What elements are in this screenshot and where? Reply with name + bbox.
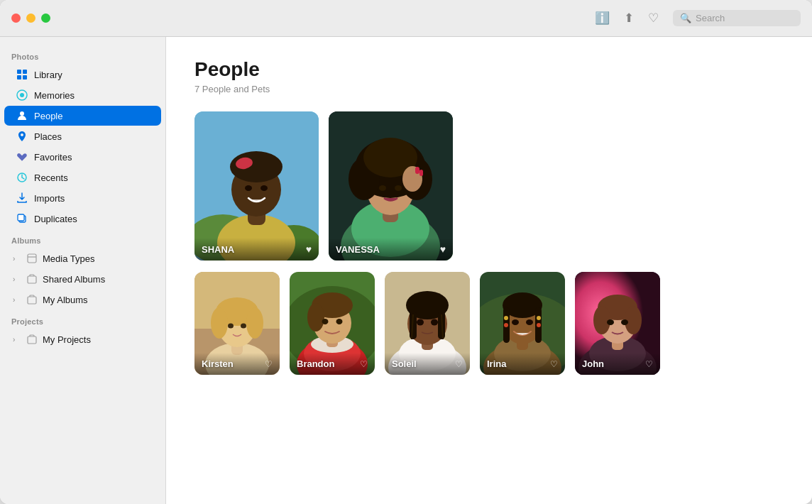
expand-arrow-shared-albums: › <box>13 275 21 283</box>
heart-kirsten[interactable]: ♡ <box>265 359 273 369</box>
sidebar-label-duplicates: Duplicates <box>34 214 77 224</box>
sidebar-label-media-types: Media Types <box>43 253 94 264</box>
sidebar-item-library[interactable]: Library <box>4 65 161 84</box>
close-button[interactable] <box>11 13 21 23</box>
svg-rect-2 <box>17 75 21 80</box>
share-icon[interactable]: ⬆ <box>624 11 634 26</box>
maximize-button[interactable] <box>41 13 50 23</box>
svg-point-85 <box>537 316 541 320</box>
person-name-brandon: Brandon <box>297 358 334 369</box>
titlebar-actions: ℹ️ ⬆ ♡ 🔍 Search <box>595 10 801 26</box>
svg-point-49 <box>241 324 246 329</box>
sidebar-label-shared-albums: Shared Albums <box>43 274 105 285</box>
heart-brandon[interactable]: ♡ <box>360 359 368 369</box>
search-box[interactable]: 🔍 Search <box>673 10 801 26</box>
sidebar-item-memories[interactable]: Memories <box>4 85 161 105</box>
person-card-vanessa[interactable]: VANESSA ♥ <box>329 111 453 261</box>
sidebar-item-imports[interactable]: Imports <box>4 188 161 208</box>
person-name-bar-brandon: Brandon ♡ <box>290 353 375 375</box>
people-grid: SHANA ♥ <box>194 111 784 375</box>
content-area: People 7 People and Pets <box>166 37 812 504</box>
my-albums-icon <box>26 293 38 306</box>
svg-point-60 <box>336 319 343 324</box>
person-name-bar-john: John ♡ <box>575 353 660 375</box>
sidebar-item-my-projects[interactable]: › My Projects <box>4 329 161 349</box>
sidebar-item-places[interactable]: Places <box>4 126 161 146</box>
person-name-bar-shana: SHANA ♥ <box>194 238 319 261</box>
page-title: People <box>194 58 784 81</box>
person-name-bar-vanessa: VANESSA ♥ <box>329 238 453 261</box>
titlebar: ℹ️ ⬆ ♡ 🔍 Search <box>0 0 812 37</box>
person-card-john[interactable]: John ♡ <box>575 272 660 375</box>
sidebar-label-places: Places <box>34 131 62 142</box>
duplicates-icon <box>16 212 28 225</box>
heart-soleil[interactable]: ♡ <box>455 359 463 369</box>
svg-point-72 <box>417 319 424 326</box>
person-card-kirsten[interactable]: Kirsten ♡ <box>194 272 280 375</box>
places-icon <box>16 130 28 143</box>
sidebar-label-imports: Imports <box>34 193 65 204</box>
sidebar: Photos Library <box>0 37 166 504</box>
sidebar-label-my-projects: My Projects <box>43 334 91 345</box>
sidebar-label-memories: Memories <box>34 90 75 101</box>
main-layout: Photos Library <box>0 37 812 504</box>
sidebar-item-favorites[interactable]: Favorites <box>4 147 161 167</box>
svg-point-24 <box>260 185 268 191</box>
search-placeholder: Search <box>696 13 725 23</box>
heart-icon[interactable]: ♡ <box>648 11 659 26</box>
svg-rect-35 <box>415 167 419 174</box>
sidebar-item-people[interactable]: People <box>4 106 161 126</box>
person-card-shana[interactable]: SHANA ♥ <box>194 111 319 261</box>
sidebar-item-duplicates[interactable]: Duplicates <box>4 209 161 229</box>
expand-arrow-media-types: › <box>13 255 21 263</box>
svg-point-37 <box>379 185 386 191</box>
svg-point-38 <box>395 185 402 191</box>
svg-point-98 <box>607 319 614 325</box>
info-icon[interactable]: ℹ️ <box>595 11 610 26</box>
sidebar-section-albums: Albums <box>0 229 165 248</box>
person-name-bar-irina: Irina ♡ <box>480 353 565 375</box>
sidebar-item-shared-albums[interactable]: › Shared Albums <box>4 269 161 289</box>
sidebar-item-media-types[interactable]: › Media Types <box>4 248 161 268</box>
svg-point-48 <box>228 324 234 329</box>
heart-shana[interactable]: ♥ <box>306 243 312 255</box>
person-card-brandon[interactable]: Brandon ♡ <box>290 272 375 375</box>
traffic-lights <box>11 13 50 23</box>
sidebar-section-projects: Projects <box>0 310 165 329</box>
sidebar-item-my-albums[interactable]: › My Albums <box>4 290 161 309</box>
imports-icon <box>16 192 28 204</box>
sidebar-label-my-albums: My Albums <box>43 295 88 305</box>
person-card-soleil[interactable]: Soleil ♡ <box>385 272 470 375</box>
svg-point-73 <box>431 319 438 326</box>
favorites-icon <box>16 150 28 163</box>
expand-arrow-my-albums: › <box>13 296 21 304</box>
minimize-button[interactable] <box>26 13 35 23</box>
people-row-1: SHANA ♥ <box>194 111 784 261</box>
my-projects-icon <box>26 333 38 346</box>
heart-john[interactable]: ♡ <box>645 359 653 369</box>
people-icon <box>16 109 28 122</box>
media-types-icon <box>26 252 38 265</box>
page-subtitle: 7 People and Pets <box>194 84 784 94</box>
sidebar-item-recents[interactable]: Recents <box>4 168 161 187</box>
heart-vanessa[interactable]: ♥ <box>440 243 446 255</box>
heart-irina[interactable]: ♡ <box>550 359 558 369</box>
svg-point-83 <box>504 316 508 320</box>
svg-rect-1 <box>23 70 27 74</box>
person-name-soleil: Soleil <box>392 358 417 369</box>
svg-rect-36 <box>419 170 423 176</box>
shared-albums-icon <box>26 273 38 285</box>
svg-point-23 <box>245 185 252 191</box>
person-card-irina[interactable]: Irina ♡ <box>480 272 565 375</box>
person-name-bar-soleil: Soleil ♡ <box>385 353 470 375</box>
svg-point-88 <box>526 319 533 325</box>
svg-point-47 <box>246 307 263 339</box>
svg-point-86 <box>537 323 541 327</box>
svg-rect-12 <box>28 276 36 283</box>
svg-rect-3 <box>23 75 27 80</box>
search-icon: 🔍 <box>680 13 691 23</box>
svg-point-46 <box>211 307 228 339</box>
sidebar-label-recents: Recents <box>34 172 68 183</box>
person-name-vanessa: VANESSA <box>336 244 380 255</box>
svg-point-59 <box>322 319 329 324</box>
